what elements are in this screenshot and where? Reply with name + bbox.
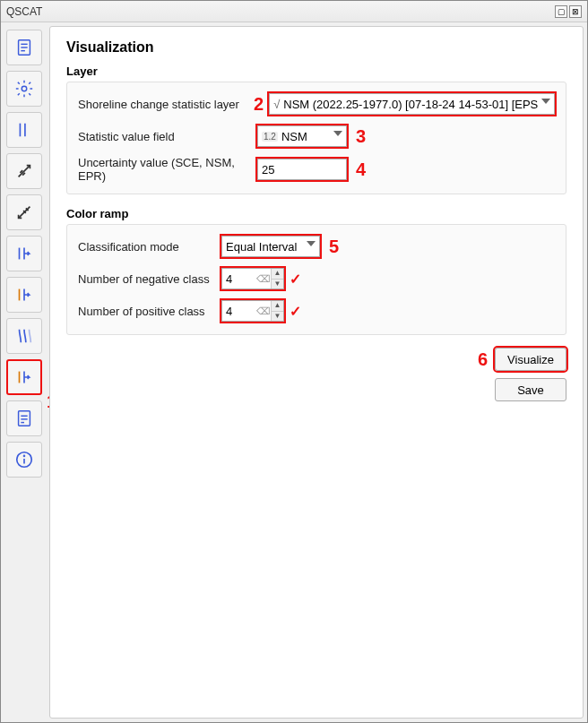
combo-class-mode-value: Equal Interval [226, 240, 298, 254]
combo-stat-field[interactable]: 1.2 NSM [257, 125, 347, 147]
label-stat-layer: Shoreline change statistic layer [78, 98, 254, 111]
check-icon: ✓ [290, 303, 301, 320]
chevron-down-icon [541, 99, 550, 104]
tab-visualization[interactable] [6, 359, 42, 395]
button-bar: 6 Visualize Save [66, 348, 566, 401]
label-pos-class: Number of positive class [78, 305, 221, 318]
line-layer-icon: √ [273, 98, 280, 111]
label-class-mode: Classification mode [78, 240, 221, 254]
combo-stat-layer[interactable]: √ NSM (2022.25-1977.0) [07-18-24 14-53-0… [269, 93, 555, 115]
check-icon: ✓ [290, 271, 301, 288]
tab-baseline[interactable] [6, 112, 42, 148]
chevron-down-icon [307, 241, 316, 246]
row-stat-field: Statistic value field 1.2 NSM 3 [78, 124, 555, 149]
spinner-arrows[interactable]: ▲▼ [271, 269, 283, 288]
visualize-button[interactable]: Visualize [495, 348, 566, 371]
spinner-arrows[interactable]: ▲▼ [271, 301, 283, 321]
group-label-layer: Layer [66, 65, 566, 78]
window-title: QSCAT [6, 5, 553, 18]
main-panel: Visualization Layer Shoreline change sta… [49, 26, 584, 719]
spin-pos-value: 4 [222, 305, 256, 318]
row-uncertainty: Uncertainty value (SCE, NSM, EPR) 25 4 [78, 156, 555, 183]
group-label-ramp: Color ramp [66, 207, 566, 220]
group-ramp: Classification mode Equal Interval 5 Num… [66, 224, 566, 335]
label-uncertainty: Uncertainty value (SCE, NSM, EPR) [78, 156, 257, 183]
svg-point-11 [24, 455, 25, 456]
tab-project[interactable] [6, 30, 42, 65]
svg-point-4 [22, 86, 27, 91]
numeric-field-icon: 1.2 [262, 132, 278, 142]
chevron-down-icon [333, 131, 342, 136]
callout-3: 3 [356, 127, 366, 145]
tab-area-change[interactable] [6, 236, 42, 271]
spin-neg-value: 4 [222, 272, 256, 286]
combo-stat-layer-value: NSM (2022.25-1977.0) [07-18-24 14-53-01]… [283, 98, 538, 111]
tab-settings[interactable] [6, 71, 42, 107]
panel-body: 1 Visualization Layer Shoreline change s… [1, 22, 587, 722]
tab-shoreline-change[interactable] [6, 194, 42, 230]
tab-smoothing[interactable] [6, 318, 42, 354]
close-button[interactable]: ⊠ [569, 5, 582, 18]
titlebar: QSCAT ▢ ⊠ [1, 1, 587, 22]
page-title: Visualization [66, 39, 566, 56]
input-uncertainty[interactable]: 25 [257, 159, 347, 180]
spin-pos-class[interactable]: 4 ⌫ ▲▼ [221, 300, 284, 322]
group-layer: Shoreline change statistic layer 2 √ NSM… [66, 82, 566, 194]
row-stat-layer: Shoreline change statistic layer 2 √ NSM… [78, 91, 555, 116]
tab-transects[interactable] [6, 153, 42, 189]
row-neg-class: Number of negative class 4 ⌫ ▲▼ ✓ [78, 266, 555, 291]
label-neg-class: Number of negative class [78, 272, 221, 286]
dock-button[interactable]: ▢ [555, 5, 567, 18]
clear-icon[interactable]: ⌫ [256, 273, 271, 285]
combo-stat-field-value: NSM [281, 130, 307, 143]
row-class-mode: Classification mode Equal Interval 5 [78, 234, 555, 259]
callout-5: 5 [329, 237, 339, 255]
row-pos-class: Number of positive class 4 ⌫ ▲▼ ✓ [78, 298, 555, 323]
save-button[interactable]: Save [495, 378, 566, 401]
sidebar: 1 [4, 26, 46, 719]
label-stat-field: Statistic value field [78, 130, 257, 143]
callout-2: 2 [254, 95, 264, 113]
tab-about[interactable] [6, 442, 42, 478]
spin-neg-class[interactable]: 4 ⌫ ▲▼ [221, 268, 284, 289]
callout-4: 4 [356, 160, 366, 178]
input-uncertainty-value: 25 [262, 163, 274, 176]
callout-6: 6 [478, 349, 488, 370]
tab-summary[interactable] [6, 400, 42, 436]
tab-forecasting[interactable] [6, 277, 42, 313]
svg-rect-5 [19, 411, 30, 426]
clear-icon[interactable]: ⌫ [256, 306, 271, 317]
combo-class-mode[interactable]: Equal Interval [221, 236, 320, 257]
